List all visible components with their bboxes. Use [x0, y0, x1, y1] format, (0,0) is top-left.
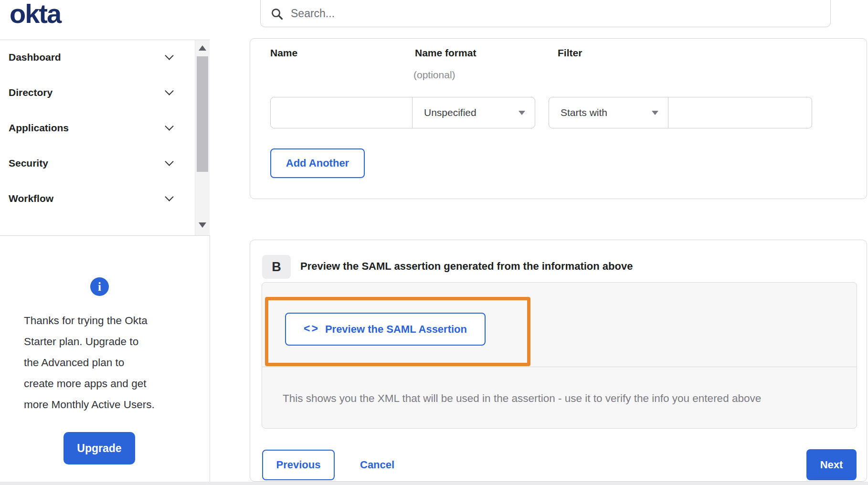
section-b-title: Preview the SAML assertion generated fro…	[300, 260, 633, 273]
sidebar-item-applications[interactable]: Applications	[0, 110, 194, 146]
okta-logo: okta	[10, 0, 61, 29]
sidebar-item-dashboard[interactable]: Dashboard	[0, 40, 194, 75]
section-b-badge: B	[262, 255, 291, 279]
sidebar-item-label: Directory	[9, 87, 53, 98]
preview-saml-card: B Preview the SAML assertion generated f…	[250, 240, 867, 482]
filter-value-input[interactable]	[668, 97, 812, 128]
search-input[interactable]	[290, 7, 791, 21]
name-format-value: Unspecified	[424, 107, 476, 118]
previous-button[interactable]: Previous	[262, 450, 335, 480]
chevron-down-icon	[165, 192, 173, 201]
sidebar-item-security[interactable]: Security	[0, 146, 194, 181]
scrollbar-thumb[interactable]	[197, 56, 208, 172]
sidebar-item-label: Security	[9, 158, 48, 169]
chevron-down-icon	[165, 122, 173, 130]
sidebar-scrollbar[interactable]	[195, 40, 210, 235]
dropdown-arrow-icon	[652, 111, 658, 115]
sidebar-item-label: Applications	[9, 122, 69, 134]
search-icon	[270, 7, 284, 21]
preview-assertion-panel: <> Preview the SAML Assertion This shows…	[262, 282, 857, 429]
add-another-button[interactable]: Add Another	[270, 148, 365, 178]
preview-button-label: Preview the SAML Assertion	[325, 323, 467, 336]
filter-type-select[interactable]: Starts with	[549, 97, 668, 128]
upgrade-message-line: create more apps and get	[24, 373, 155, 394]
global-search[interactable]	[260, 0, 831, 27]
attribute-name-field	[270, 97, 413, 128]
name-format-select[interactable]: Unspecified	[412, 97, 535, 128]
upgrade-message: Thanks for trying the Okta Starter plan.…	[24, 310, 155, 415]
optional-label: (optional)	[413, 69, 455, 81]
name-format-column-label: Name format	[415, 47, 476, 59]
upgrade-message-line: Thanks for trying the Okta	[24, 310, 155, 331]
chevron-down-icon	[165, 51, 173, 60]
sidebar-item-label: Dashboard	[9, 52, 61, 63]
cancel-link[interactable]: Cancel	[357, 450, 397, 480]
chevron-down-icon	[165, 157, 173, 166]
attribute-statements-card: Name Name format (optional) Filter Unspe…	[250, 38, 867, 199]
filter-type-value: Starts with	[561, 107, 607, 118]
scroll-down-arrow-icon[interactable]	[199, 222, 206, 228]
scroll-up-arrow-icon[interactable]	[199, 45, 206, 51]
upgrade-button[interactable]: Upgrade	[64, 432, 135, 464]
sidebar-item-label: Workflow	[9, 193, 53, 204]
okta-admin-screen: okta Dashboard Directory Applications Se…	[0, 0, 868, 485]
attribute-name-input[interactable]	[271, 97, 412, 128]
upgrade-message-line: the Advanced plan to	[24, 352, 155, 373]
sidebar-item-directory[interactable]: Directory	[0, 75, 194, 110]
filter-column-label: Filter	[558, 47, 582, 59]
page-bottom-strip	[0, 482, 868, 485]
preview-description: This shows you the XML that will be used…	[283, 392, 761, 405]
code-icon: <>	[304, 322, 319, 335]
chevron-down-icon	[165, 86, 173, 95]
next-button[interactable]: Next	[806, 449, 857, 480]
upgrade-message-line: more Monthly Active Users.	[24, 394, 155, 415]
sidebar-menu: Dashboard Directory Applications Securit…	[0, 40, 210, 236]
sidebar-item-workflow[interactable]: Workflow	[0, 181, 194, 216]
dropdown-arrow-icon	[519, 111, 525, 115]
filter-value-field	[668, 97, 812, 128]
preview-description-row: This shows you the XML that will be used…	[262, 368, 857, 429]
upgrade-message-line: Starter plan. Upgrade to	[24, 331, 155, 352]
preview-saml-assertion-button[interactable]: <> Preview the SAML Assertion	[285, 313, 486, 346]
preview-button-row: <> Preview the SAML Assertion	[262, 283, 857, 367]
info-icon: i	[90, 277, 109, 296]
name-column-label: Name	[270, 47, 297, 59]
